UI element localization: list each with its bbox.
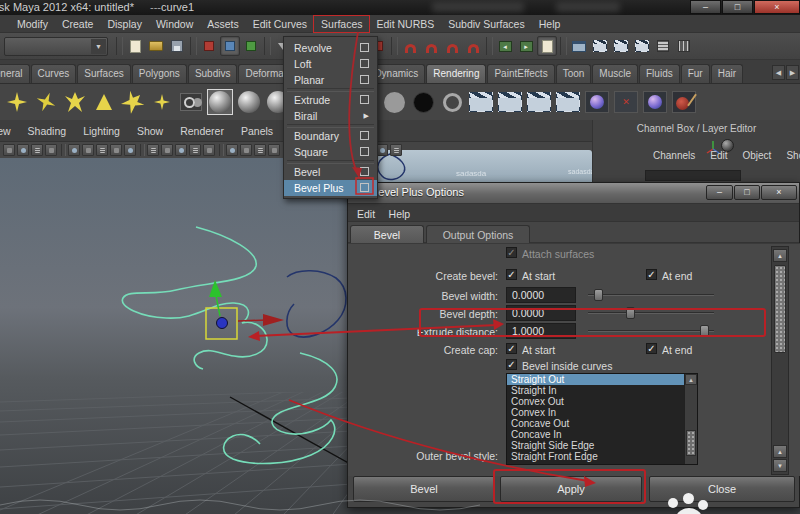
menu-item-revolve[interactable]: Revolve bbox=[284, 40, 377, 56]
directional-light-button[interactable] bbox=[33, 89, 59, 115]
panel-menu-renderer[interactable]: Renderer bbox=[180, 125, 224, 137]
viewport-canvas[interactable] bbox=[0, 158, 352, 514]
shelf-tab-rendering[interactable]: Rendering bbox=[426, 64, 486, 83]
menu-window[interactable]: Window bbox=[149, 16, 200, 32]
bevel-width-field[interactable]: 0.0000 bbox=[506, 287, 576, 303]
dialog-menu-edit[interactable]: Edit bbox=[357, 205, 375, 223]
mental-ray-globe-button[interactable] bbox=[584, 89, 610, 115]
snap-to-curve-button[interactable] bbox=[421, 36, 441, 56]
snap-to-grid-button[interactable] bbox=[400, 36, 420, 56]
texture-mute-button[interactable]: ✕ bbox=[613, 89, 639, 115]
channelbox-menu-channels[interactable]: Channels bbox=[653, 150, 695, 161]
menu-edit-curves[interactable]: Edit Curves bbox=[246, 16, 314, 32]
create-bevel-at-end-checkbox[interactable]: ✓ bbox=[646, 269, 657, 280]
dialog-maximize-button[interactable]: □ bbox=[734, 185, 760, 200]
menu-item-loft[interactable]: Loft bbox=[284, 56, 377, 72]
volume-light-button[interactable] bbox=[149, 89, 175, 115]
viewport-toolbar-icon[interactable] bbox=[45, 144, 57, 156]
extrude-distance-field[interactable]: 1.0000 bbox=[506, 323, 576, 339]
viewport-toolbar-icon[interactable] bbox=[254, 144, 266, 156]
snap-to-point-button[interactable] bbox=[442, 36, 462, 56]
shelf-tab-painteffects[interactable]: PaintEffects bbox=[487, 64, 554, 83]
bevel-width-slider[interactable] bbox=[588, 289, 714, 301]
snap-to-plane-button[interactable] bbox=[463, 36, 483, 56]
open-render-view-button[interactable] bbox=[569, 36, 589, 56]
open-scene-button[interactable] bbox=[146, 36, 166, 56]
bevel-depth-slider[interactable] bbox=[588, 307, 714, 319]
menu-item-bevel-plus[interactable]: Bevel Plus bbox=[284, 180, 377, 196]
light-effects-button[interactable] bbox=[178, 89, 204, 115]
slider-thumb[interactable] bbox=[700, 325, 709, 337]
shelf-tab-muscle[interactable]: Muscle bbox=[592, 64, 638, 83]
scroll-up-icon[interactable]: ▲ bbox=[773, 249, 787, 262]
viewport-toolbar-icon[interactable] bbox=[226, 144, 238, 156]
shaded-material-button[interactable] bbox=[207, 89, 233, 115]
create-bevel-at-start-checkbox[interactable]: ✓ bbox=[506, 269, 517, 280]
bevel-button[interactable]: Bevel bbox=[353, 476, 495, 502]
menu-create[interactable]: Create bbox=[55, 16, 101, 32]
option-box-icon[interactable] bbox=[360, 167, 369, 176]
x-axis-handle[interactable] bbox=[238, 320, 266, 321]
channelbox-menu-show[interactable]: Show bbox=[786, 150, 800, 161]
manipulator-center-point[interactable] bbox=[217, 318, 228, 329]
render-current-frame-button[interactable] bbox=[590, 36, 610, 56]
scroll-up-icon[interactable]: ▲ bbox=[773, 445, 787, 458]
option-box-icon[interactable] bbox=[360, 59, 369, 68]
dialog-minimize-button[interactable]: – bbox=[706, 185, 733, 200]
render-settings-button[interactable] bbox=[653, 36, 673, 56]
panel-menu-panels[interactable]: Panels bbox=[241, 125, 273, 137]
black-hole-shader-button[interactable] bbox=[410, 89, 436, 115]
shelf-tab-fluids[interactable]: Fluids bbox=[639, 64, 680, 83]
select-hierarchy-button[interactable] bbox=[199, 36, 219, 56]
blinn-material-button[interactable] bbox=[236, 89, 262, 115]
cube-view-icon[interactable] bbox=[390, 144, 402, 156]
menu-item-birail[interactable]: Birail▶ bbox=[284, 108, 377, 124]
dialog-menu-help[interactable]: Help bbox=[389, 205, 411, 223]
viewport-toolbar-icon[interactable] bbox=[31, 144, 43, 156]
viewport-toolbar-icon[interactable] bbox=[161, 144, 173, 156]
render-options-button[interactable] bbox=[555, 89, 581, 115]
window-minimize-button[interactable]: – bbox=[690, 0, 721, 14]
menu-display[interactable]: Display bbox=[100, 16, 148, 32]
shading-map-button[interactable] bbox=[439, 89, 465, 115]
paint-effects-shelf-button[interactable] bbox=[671, 89, 697, 115]
window-maximize-button[interactable]: □ bbox=[722, 0, 753, 14]
viewport-toolbar-icon[interactable] bbox=[17, 144, 29, 156]
menu-item-boundary[interactable]: Boundary bbox=[284, 128, 377, 144]
slider-thumb[interactable] bbox=[594, 289, 603, 301]
spot-light-button[interactable] bbox=[91, 89, 117, 115]
viewport-toolbar-icon[interactable] bbox=[82, 144, 94, 156]
output-connections-button[interactable]: ▸ bbox=[516, 36, 536, 56]
channelbox-menu-object[interactable]: Object bbox=[743, 150, 772, 161]
shelf-tab-toon[interactable]: Toon bbox=[556, 64, 592, 83]
menu-item-planar[interactable]: Planar bbox=[284, 72, 377, 88]
bevel-inside-curves-checkbox[interactable]: ✓ bbox=[506, 359, 517, 370]
menu-surfaces[interactable]: Surfaces bbox=[314, 16, 369, 32]
batch-render-button[interactable] bbox=[632, 36, 652, 56]
tab-bevel[interactable]: Bevel bbox=[350, 225, 424, 243]
window-close-button[interactable]: × bbox=[754, 0, 800, 14]
window-title-bar[interactable]: Autodesk Maya 2012 x64: untitled*---curv… bbox=[0, 0, 800, 15]
extrude-distance-slider[interactable] bbox=[588, 325, 714, 337]
display-preferences-button[interactable] bbox=[674, 36, 694, 56]
list-item[interactable]: Concave Out bbox=[507, 418, 697, 429]
shelf-tab-general[interactable]: General bbox=[0, 64, 30, 83]
viewport-toolbar-icon[interactable] bbox=[124, 144, 136, 156]
menu-item-square[interactable]: Square bbox=[284, 144, 377, 160]
viewport-toolbar-icon[interactable] bbox=[175, 144, 187, 156]
menu-help[interactable]: Help bbox=[532, 16, 568, 32]
tab-output-options[interactable]: Output Options bbox=[426, 225, 530, 243]
list-item-selected[interactable]: Straight Out bbox=[507, 374, 697, 385]
shelf-scroll-right-button[interactable]: ▶ bbox=[786, 65, 799, 80]
slider-thumb[interactable] bbox=[626, 307, 635, 319]
menu-item-bevel[interactable]: Bevel bbox=[284, 164, 377, 180]
create-cap-at-end-checkbox[interactable]: ✓ bbox=[646, 343, 657, 354]
ipr-render-button[interactable] bbox=[611, 36, 631, 56]
option-box-icon[interactable] bbox=[360, 147, 369, 156]
shelf-tab-surfaces[interactable]: Surfaces bbox=[77, 64, 130, 83]
area-light-button[interactable] bbox=[120, 89, 146, 115]
viewport-toolbar-icon[interactable] bbox=[147, 144, 159, 156]
scroll-up-icon[interactable]: ▲ bbox=[685, 374, 697, 385]
render-sequence-button[interactable] bbox=[497, 89, 523, 115]
bevel-depth-field[interactable]: 0.0000 bbox=[506, 305, 576, 321]
